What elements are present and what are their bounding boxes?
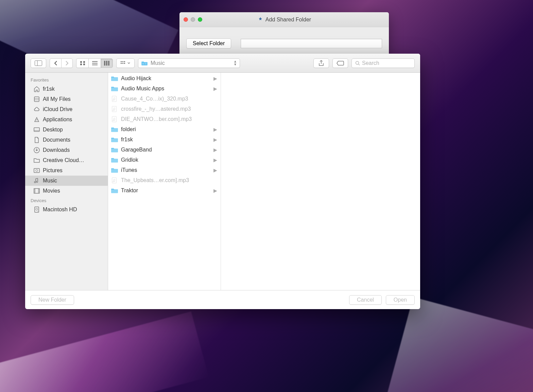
chevron-right-icon: ▶: [213, 167, 217, 173]
folder-row[interactable]: Audio Hijack▶: [108, 73, 221, 84]
folder-row[interactable]: iTunes▶: [108, 165, 221, 175]
svg-rect-29: [34, 189, 39, 193]
folder-icon: [111, 167, 118, 173]
svg-rect-27: [34, 168, 39, 173]
sidebar-item-macintosh-hd[interactable]: Macintosh HD: [25, 204, 108, 215]
svg-rect-36: [35, 207, 39, 212]
maximize-button[interactable]: [198, 17, 202, 22]
icon-view-button[interactable]: [76, 58, 88, 68]
svg-rect-3: [83, 61, 85, 63]
documents-icon: [33, 137, 40, 143]
svg-rect-10: [106, 61, 107, 66]
tags-button[interactable]: [332, 58, 348, 68]
sidebar-item-music[interactable]: Music: [25, 176, 108, 186]
audio-file-icon: [111, 96, 118, 102]
file-name-label: Audio Hijack: [121, 75, 211, 82]
svg-rect-13: [122, 61, 123, 62]
dialog-toolbar: Music ▲▼ Search: [25, 54, 420, 73]
close-button[interactable]: [184, 17, 188, 22]
folder-row[interactable]: folderi▶: [108, 124, 221, 135]
sidebar-item-label: Movies: [43, 188, 60, 194]
svg-point-38: [37, 211, 38, 212]
select-folder-button[interactable]: Select Folder: [186, 38, 231, 49]
svg-rect-20: [34, 97, 39, 102]
movies-icon: [33, 188, 40, 194]
path-label: Music: [151, 60, 231, 66]
search-icon: [355, 61, 360, 66]
parent-window-title: Add Shared Folder: [265, 17, 311, 23]
sidebar-item-fr1sk[interactable]: fr1sk: [25, 84, 108, 94]
dialog-footer: New Folder Cancel Open: [25, 290, 420, 309]
chevron-right-icon: ▶: [213, 127, 217, 132]
folder-row[interactable]: GarageBand▶: [108, 145, 221, 155]
minimize-button: [191, 17, 195, 22]
svg-rect-17: [124, 63, 125, 64]
search-field[interactable]: Search: [351, 58, 415, 68]
sidebar-item-label: Macintosh HD: [43, 207, 77, 213]
sidebar-item-pictures[interactable]: Pictures: [25, 165, 108, 176]
new-folder-button[interactable]: New Folder: [31, 295, 74, 305]
sidebar-item-creative-cloud-[interactable]: Creative Cloud…: [25, 155, 108, 165]
sidebar-item-label: Downloads: [43, 147, 70, 153]
sidebar: Favoritesfr1skAll My FilesiCloud DriveAp…: [25, 73, 108, 290]
apps-icon: [33, 116, 40, 123]
forward-button[interactable]: [61, 58, 73, 68]
path-dropdown[interactable]: Music ▲▼: [138, 58, 240, 68]
svg-rect-40: [112, 106, 117, 112]
column-view-button[interactable]: [101, 58, 113, 68]
sidebar-section-header: Devices: [25, 196, 108, 204]
parent-titlebar[interactable]: Add Shared Folder: [179, 12, 389, 27]
svg-rect-9: [104, 61, 105, 66]
chevron-right-icon: ▶: [213, 157, 217, 163]
folder-icon: [33, 157, 40, 164]
sidebar-item-desktop[interactable]: Desktop: [25, 125, 108, 135]
sidebar-item-downloads[interactable]: Downloads: [25, 145, 108, 155]
chevron-right-icon: ▶: [213, 137, 217, 142]
folder-row[interactable]: Audio Music Apps▶: [108, 84, 221, 94]
sidebar-item-label: fr1sk: [43, 86, 55, 92]
folder-icon: [111, 157, 118, 163]
file-open-dialog: Music ▲▼ Search Favoritesfr1skAll My Fil…: [25, 54, 420, 309]
chevron-right-icon: ▶: [213, 188, 217, 193]
svg-rect-11: [108, 61, 109, 66]
share-button[interactable]: [313, 58, 329, 68]
music-icon: [33, 177, 40, 184]
dropdown-arrows-icon: ▲▼: [234, 60, 237, 66]
folder-path-input[interactable]: [241, 39, 382, 48]
folder-icon: [111, 137, 118, 143]
svg-point-28: [36, 170, 38, 172]
sidebar-item-all-my-files[interactable]: All My Files: [25, 94, 108, 104]
open-button[interactable]: Open: [386, 295, 415, 305]
allfiles-icon: [33, 96, 40, 103]
arrange-button[interactable]: [116, 58, 135, 68]
list-view-button[interactable]: [88, 58, 101, 68]
folder-icon: [111, 126, 118, 132]
file-name-label: Cause_4_Co…ix)_320.mp3: [121, 96, 217, 102]
folder-row[interactable]: Traktor▶: [108, 185, 221, 196]
sidebar-item-movies[interactable]: Movies: [25, 186, 108, 196]
file-name-label: folderi: [121, 126, 211, 132]
svg-rect-12: [121, 61, 122, 62]
svg-rect-15: [121, 63, 122, 64]
svg-rect-2: [80, 61, 82, 63]
sidebar-item-applications[interactable]: Applications: [25, 114, 108, 125]
folder-row[interactable]: Gridlok▶: [108, 155, 221, 165]
hdd-icon: [33, 206, 40, 213]
toggle-sidebar-button[interactable]: [31, 58, 46, 68]
back-button[interactable]: [50, 58, 61, 68]
sidebar-item-icloud-drive[interactable]: iCloud Drive: [25, 104, 108, 114]
file-name-label: Audio Music Apps: [121, 86, 211, 92]
sidebar-item-documents[interactable]: Documents: [25, 135, 108, 145]
file-row: DIE_ANTWO…ber.com].mp3: [108, 114, 221, 124]
file-name-label: iTunes: [121, 167, 211, 173]
sidebar-item-label: Creative Cloud…: [43, 157, 84, 163]
sidebar-item-label: Music: [43, 178, 57, 184]
svg-rect-41: [112, 117, 117, 122]
folder-row[interactable]: fr1sk▶: [108, 135, 221, 145]
desktop-icon: [33, 126, 40, 133]
cancel-button[interactable]: Cancel: [349, 295, 382, 305]
chevron-right-icon: ▶: [213, 147, 217, 153]
svg-rect-39: [112, 96, 117, 102]
sidebar-section-header: Favorites: [25, 75, 108, 84]
svg-rect-14: [124, 61, 125, 62]
